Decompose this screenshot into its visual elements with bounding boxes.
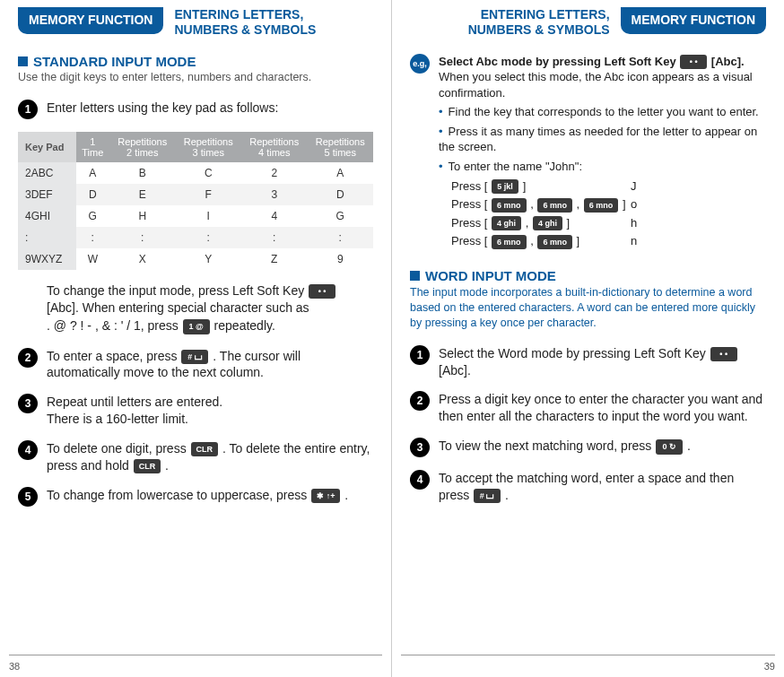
step-2: 2 To enter a space, press # ⌴ . The curs… [18, 348, 373, 382]
right-header: ENTERING LETTERS, NUMBERS & SYMBOLS MEMO… [410, 7, 766, 38]
pound-key-icon: # ⌴ [474, 489, 501, 503]
section-sub: Use the digit keys to enter letters, num… [18, 71, 373, 83]
step-number-3: 3 [18, 394, 38, 413]
table-row: 9WXYZWXYZ9 [18, 248, 373, 270]
memory-function-tab-right: MEMORY FUNCTION [621, 7, 766, 34]
pound-key-icon: # ⌴ [181, 350, 208, 364]
softkey-icon: • • [309, 284, 335, 299]
table-row: 2ABCABC2A [18, 162, 373, 184]
digit-key-icon: 4 ghi [533, 216, 562, 230]
word-step-2: 2 Press a digit key once to enter the ch… [410, 391, 766, 425]
step-number-1: 1 [410, 345, 430, 365]
section-standard-input: STANDARD INPUT MODE [18, 54, 373, 69]
step-3: 3 Repeat until letters are entered. Ther… [18, 394, 373, 428]
left-header: MEMORY FUNCTION ENTERING LETTERS, NUMBER… [18, 7, 373, 38]
eg-badge: e.g, [410, 54, 430, 74]
word-step-1: 1 Select the Word mode by pressing Left … [410, 345, 766, 379]
one-key-icon: 1 @ [183, 319, 210, 334]
step-number-4: 4 [410, 470, 430, 490]
press-row: Press [ 5 jkl ]J [451, 178, 766, 195]
step-number-2: 2 [18, 348, 38, 368]
step-number-1: 1 [18, 100, 38, 119]
running-head-right: ENTERING LETTERS, NUMBERS & SYMBOLS [468, 7, 610, 38]
output-letter: n [631, 233, 637, 249]
output-letter: o [631, 196, 637, 213]
output-letter: h [631, 215, 637, 231]
press-row: Press [ 6 mno , 6 mno ]n [451, 233, 766, 249]
word-mode-desc: The input mode incorporates a built-in-d… [410, 285, 766, 331]
digit-key-icon: 5 jkl [492, 179, 518, 194]
step-1: 1 Enter letters using the key pad as fol… [18, 100, 373, 119]
example-block: e.g, Select Abc mode by pressing Left So… [410, 54, 766, 252]
page-number-right: 39 [764, 661, 775, 672]
step-number-5: 5 [18, 487, 38, 507]
section-word-input: WORD INPUT MODE [410, 268, 766, 283]
step-4: 4 To delete one digit, press CLR . To de… [18, 440, 373, 474]
keypad-table: Key Pad 1 Time Repetitions 2 times Repet… [18, 132, 373, 270]
clr-key-icon: CLR [191, 442, 219, 456]
page-number-left: 38 [9, 661, 20, 672]
digit-key-icon: 6 mno [537, 198, 572, 213]
softkey-icon: • • [680, 55, 707, 69]
word-step-3: 3 To view the next matching word, press … [410, 438, 766, 457]
table-row: 4GHIGHI4G [18, 205, 373, 227]
step-number-4: 4 [18, 440, 38, 460]
digit-key-icon: 6 mno [492, 198, 527, 213]
step-5: 5 To change from lowercase to uppercase,… [18, 487, 373, 507]
digit-key-icon: 6 mno [537, 235, 572, 249]
step-number-3: 3 [410, 438, 430, 457]
note-input-mode: To change the input mode, press Left Sof… [47, 282, 373, 335]
right-page: ENTERING LETTERS, NUMBERS & SYMBOLS MEMO… [392, 0, 784, 677]
softkey-icon: • • [710, 347, 737, 361]
table-row: 3DEFDEF3D [18, 184, 373, 205]
digit-key-icon: 4 ghi [492, 216, 521, 230]
press-row: Press [ 6 mno , 6 mno , 6 mno ]o [451, 196, 766, 213]
star-key-icon: ✱ ↑+ [311, 489, 340, 503]
digit-key-icon: 6 mno [492, 235, 527, 249]
memory-function-tab-left: MEMORY FUNCTION [18, 7, 163, 34]
word-step-4: 4 To accept the matching word, enter a s… [410, 470, 766, 504]
th-keypad: Key Pad [18, 132, 76, 162]
zero-key-icon: 0 ↻ [656, 439, 683, 454]
left-page: MEMORY FUNCTION ENTERING LETTERS, NUMBER… [0, 0, 392, 677]
digit-key-icon: 6 mno [584, 198, 619, 213]
clr-key-icon: CLR [134, 459, 161, 473]
table-row: :::::: [18, 227, 373, 248]
running-head-left: ENTERING LETTERS, NUMBERS & SYMBOLS [174, 7, 316, 38]
step-number-2: 2 [410, 391, 430, 411]
output-letter: J [631, 178, 637, 195]
press-row: Press [ 4 ghi , 4 ghi ]h [451, 215, 766, 231]
